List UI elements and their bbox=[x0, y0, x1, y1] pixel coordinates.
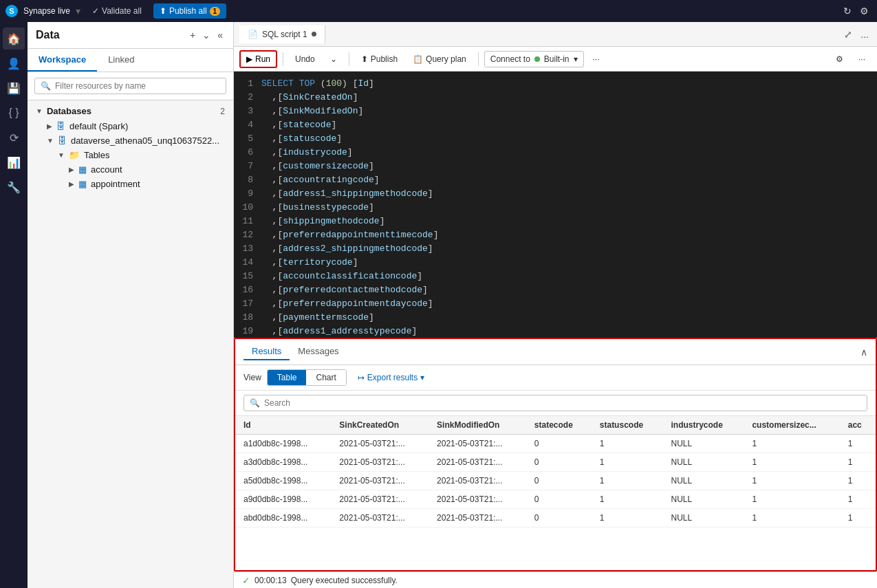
code-line: 7 ,[customersizecode] bbox=[234, 160, 877, 173]
table-cell: 1 bbox=[840, 472, 876, 490]
code-line: 4 ,[statecode] bbox=[234, 118, 877, 132]
results-tab-results[interactable]: Results bbox=[243, 343, 290, 360]
line-number: 6 bbox=[234, 146, 261, 160]
results-tab-messages[interactable]: Messages bbox=[290, 343, 347, 360]
script-toolbar: ▶ Run Undo ⌄ ⬆ Publish 📋 Query plan bbox=[234, 47, 877, 72]
line-content: ,[customersizecode] bbox=[261, 160, 374, 173]
table-column-header: Id bbox=[235, 416, 331, 435]
sidebar-icon-home[interactable]: 🏠 bbox=[3, 28, 25, 50]
more-options-button[interactable]: ... bbox=[858, 26, 871, 43]
status-message: Query executed successfully. bbox=[291, 576, 398, 585]
brand-icon: S bbox=[6, 5, 18, 17]
expand-tables-icon: ▼ bbox=[58, 151, 65, 159]
table-cell: 1 bbox=[744, 490, 839, 509]
tree-item-appointment[interactable]: ▶ ▦ appointment bbox=[28, 177, 233, 191]
validate-icon: ✓ bbox=[92, 6, 99, 16]
sidebar-icon-user[interactable]: 👤 bbox=[3, 52, 25, 74]
table-cell: 0 bbox=[526, 472, 592, 490]
search-input[interactable] bbox=[55, 81, 220, 91]
expand-default-icon: ▶ bbox=[47, 122, 52, 130]
table-column-header: SinkCreatedOn bbox=[331, 416, 429, 435]
line-number: 18 bbox=[234, 311, 261, 325]
export-results-button[interactable]: ↦ Export results ▾ bbox=[358, 373, 424, 382]
line-number: 16 bbox=[234, 283, 261, 297]
line-number: 15 bbox=[234, 270, 261, 283]
publish-all-button[interactable]: ⬆ Publish all 1 bbox=[153, 3, 226, 19]
table-row: a3d0db8c-1998...2021-05-03T21:...2021-05… bbox=[235, 453, 876, 472]
script-tab-label: SQL script 1 bbox=[262, 30, 307, 39]
sql-script-icon: 📄 bbox=[248, 30, 258, 39]
tree-item-dataverse[interactable]: ▼ 🗄 dataverse_athena05_unq10637522... bbox=[28, 133, 233, 148]
connect-chevron-icon: ▾ bbox=[574, 54, 578, 64]
results-header: Results Messages ∧ bbox=[235, 339, 876, 365]
databases-count: 2 bbox=[220, 107, 225, 116]
code-line: 3 ,[SinkModifiedOn] bbox=[234, 105, 877, 118]
search-wrap: 🔍 bbox=[34, 78, 226, 94]
status-bar: ✓ 00:00:13 Query executed successfully. bbox=[234, 571, 877, 588]
top-right-actions: ↻ ⚙ bbox=[841, 3, 871, 19]
toolbar-extra-options[interactable]: ··· bbox=[852, 51, 871, 67]
collapse-results-button[interactable]: ∧ bbox=[860, 347, 867, 358]
code-line: 14 ,[territorycode] bbox=[234, 256, 877, 270]
refresh-button[interactable]: ↻ bbox=[841, 3, 854, 19]
code-editor[interactable]: 1SELECT TOP (100) [Id]2 ,[SinkCreatedOn]… bbox=[234, 72, 877, 338]
databases-label: Databases bbox=[47, 106, 91, 116]
sidebar-icon-data[interactable]: 💾 bbox=[3, 77, 25, 99]
filter-settings-button[interactable]: ⚙ bbox=[830, 51, 849, 67]
left-tabs: Workspace Linked bbox=[28, 49, 233, 72]
sidebar-icon-monitor[interactable]: 📊 bbox=[3, 151, 25, 173]
code-line: 5 ,[statuscode] bbox=[234, 132, 877, 146]
folder-icon: 📁 bbox=[69, 150, 80, 160]
table-view-button[interactable]: Table bbox=[268, 370, 307, 385]
databases-chevron: ▼ bbox=[36, 107, 43, 115]
expand-button[interactable]: ⌄ bbox=[200, 28, 213, 43]
line-number: 11 bbox=[234, 215, 261, 228]
expand-appointment-icon: ▶ bbox=[69, 180, 74, 188]
publish-script-button[interactable]: ⬆ Publish bbox=[355, 51, 404, 67]
query-plan-button[interactable]: 📋 Query plan bbox=[407, 51, 473, 67]
line-content: ,[address1_shippingmethodcode] bbox=[261, 187, 433, 201]
collapse-panel-button[interactable]: « bbox=[215, 28, 225, 43]
tree-item-tables[interactable]: ▼ 📁 Tables bbox=[28, 148, 233, 162]
db-icon-default: 🗄 bbox=[56, 121, 65, 131]
tree-item-default-spark[interactable]: ▶ 🗄 default (Spark) bbox=[28, 119, 233, 133]
line-number: 9 bbox=[234, 187, 261, 201]
script-tab-bar: 📄 SQL script 1 ⤢ ... bbox=[234, 22, 877, 47]
table-cell: a1d0db8c-1998... bbox=[235, 435, 331, 453]
line-content: ,[businesstypecode] bbox=[261, 201, 374, 215]
connect-to-dropdown[interactable]: Connect to Built-in ▾ bbox=[484, 51, 584, 67]
code-line: 17 ,[preferredappointmentdaycode] bbox=[234, 297, 877, 311]
code-line: 15 ,[accountclassificationcode] bbox=[234, 270, 877, 283]
results-search-input[interactable] bbox=[264, 398, 861, 408]
sidebar-icon-manage[interactable]: 🔧 bbox=[3, 176, 25, 198]
line-content: ,[statuscode] bbox=[261, 132, 342, 146]
sidebar-icon-develop[interactable]: { } bbox=[3, 102, 25, 124]
results-search-icon: 🔍 bbox=[250, 398, 260, 408]
script-tab-right-actions: ⤢ ... bbox=[841, 26, 871, 43]
linked-tab[interactable]: Linked bbox=[97, 49, 145, 72]
add-resource-button[interactable]: + bbox=[188, 28, 197, 43]
line-number: 10 bbox=[234, 201, 261, 215]
publish-icon: ⬆ bbox=[160, 6, 166, 16]
validate-all-button[interactable]: ✓ Validate all bbox=[86, 3, 148, 19]
tree-item-account[interactable]: ▶ ▦ account bbox=[28, 162, 233, 177]
expand-editor-button[interactable]: ⤢ bbox=[841, 26, 855, 43]
query-plan-icon: 📋 bbox=[413, 54, 423, 64]
workspace-tab[interactable]: Workspace bbox=[28, 49, 97, 72]
settings-button[interactable]: ⚙ bbox=[857, 3, 871, 19]
sidebar-icon-integrate[interactable]: ⟳ bbox=[3, 127, 25, 149]
chart-view-button[interactable]: Chart bbox=[306, 370, 345, 385]
line-content: ,[address2_shippingmethodcode] bbox=[261, 242, 433, 256]
script-tab-1[interactable]: 📄 SQL script 1 bbox=[239, 25, 325, 43]
table-icon-appointment: ▦ bbox=[78, 179, 87, 189]
line-number: 13 bbox=[234, 242, 261, 256]
undo-button[interactable]: Undo bbox=[289, 51, 321, 67]
databases-section[interactable]: ▼ Databases 2 bbox=[28, 103, 233, 119]
toolbar-more-button[interactable]: ··· bbox=[587, 51, 606, 67]
table-cell: 2021-05-03T21:... bbox=[331, 453, 429, 472]
table-cell: NULL bbox=[662, 453, 744, 472]
run-button[interactable]: ▶ Run bbox=[239, 50, 277, 68]
undo-dropdown-button[interactable]: ⌄ bbox=[324, 51, 343, 67]
table-cell: 1 bbox=[592, 490, 663, 509]
results-tab-group: Results Messages bbox=[243, 343, 347, 360]
